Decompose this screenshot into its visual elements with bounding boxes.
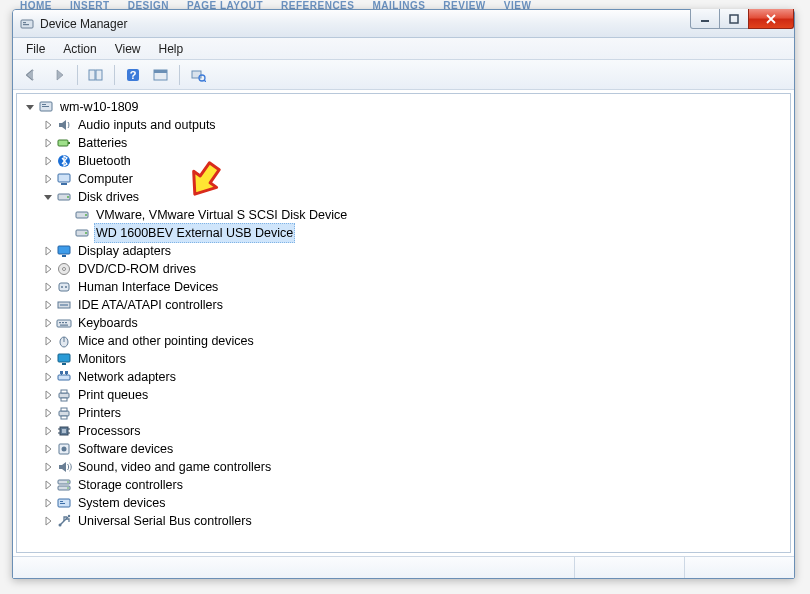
svg-rect-54 [59, 411, 69, 416]
svg-rect-3 [701, 20, 709, 22]
svg-point-25 [85, 214, 87, 216]
tree-category-node[interactable]: Software devices [19, 440, 788, 458]
tree-content[interactable]: wm-w10-1809Audio inputs and outputsBatte… [16, 93, 791, 553]
expander-icon[interactable] [41, 316, 55, 330]
expander-icon[interactable] [41, 118, 55, 132]
hid-icon [56, 279, 72, 295]
menu-action[interactable]: Action [54, 40, 105, 58]
computer-icon [56, 171, 72, 187]
svg-rect-1 [23, 22, 26, 23]
svg-rect-46 [58, 375, 70, 380]
back-button[interactable] [19, 63, 43, 87]
expander-icon[interactable] [41, 334, 55, 348]
forward-button[interactable] [47, 63, 71, 87]
toolbar: ? [13, 60, 794, 90]
expander-icon[interactable] [41, 262, 55, 276]
storage-icon [56, 477, 72, 493]
minimize-button[interactable] [690, 9, 720, 29]
expander-icon[interactable] [41, 370, 55, 384]
tree-node-label: IDE ATA/ATAPI controllers [76, 296, 225, 314]
expander-icon[interactable] [41, 406, 55, 420]
expander-icon[interactable] [41, 460, 55, 474]
svg-text:?: ? [130, 69, 137, 81]
properties-button[interactable] [149, 63, 173, 87]
expander-icon[interactable] [41, 136, 55, 150]
tree-category-node[interactable]: Display adapters [19, 242, 788, 260]
network-icon [56, 369, 72, 385]
tree-category-node[interactable]: Audio inputs and outputs [19, 116, 788, 134]
expander-icon[interactable] [23, 100, 37, 114]
svg-line-13 [204, 80, 206, 82]
menu-view[interactable]: View [106, 40, 150, 58]
expander-icon[interactable] [41, 514, 55, 528]
tree-root-node[interactable]: wm-w10-1809 [19, 98, 788, 116]
tree-category-node[interactable]: Bluetooth [19, 152, 788, 170]
tree-category-node[interactable]: Monitors [19, 350, 788, 368]
expander-icon[interactable] [41, 298, 55, 312]
dvd-icon [56, 261, 72, 277]
svg-rect-71 [60, 503, 65, 504]
expander-icon[interactable] [41, 496, 55, 510]
mouse-icon [56, 333, 72, 349]
usb-icon [56, 513, 72, 529]
scan-hardware-button[interactable] [186, 63, 210, 87]
svg-rect-17 [58, 140, 68, 146]
help-button[interactable]: ? [121, 63, 145, 87]
tree-node-label: Print queues [76, 386, 150, 404]
tree-category-node[interactable]: Universal Serial Bus controllers [19, 512, 788, 530]
tree-category-node[interactable]: DVD/CD-ROM drives [19, 260, 788, 278]
maximize-button[interactable] [719, 9, 749, 29]
tree-node-label: Audio inputs and outputs [76, 116, 218, 134]
tree-node-label: WD 1600BEV External USB Device [94, 223, 295, 243]
show-hide-console-button[interactable] [84, 63, 108, 87]
tree-category-node[interactable]: Network adapters [19, 368, 788, 386]
tree-node-label: wm-w10-1809 [58, 98, 141, 116]
expander-icon[interactable] [41, 244, 55, 258]
expander-icon[interactable] [41, 388, 55, 402]
tree-node-label: Universal Serial Bus controllers [76, 512, 254, 530]
svg-rect-55 [61, 408, 67, 411]
expander-icon[interactable] [41, 478, 55, 492]
tree-category-node[interactable]: Processors [19, 422, 788, 440]
tree-category-node[interactable]: System devices [19, 494, 788, 512]
tree-device-node[interactable]: WD 1600BEV External USB Device [19, 224, 788, 242]
expander-icon[interactable] [41, 280, 55, 294]
svg-rect-48 [65, 371, 68, 374]
svg-rect-28 [58, 246, 70, 254]
tree-category-node[interactable]: Computer [19, 170, 788, 188]
tree-category-node[interactable]: IDE ATA/ATAPI controllers [19, 296, 788, 314]
svg-rect-21 [61, 183, 67, 185]
svg-rect-56 [61, 416, 67, 419]
tree-node-label: Sound, video and game controllers [76, 458, 273, 476]
tree-node-label: System devices [76, 494, 168, 512]
expander-icon[interactable] [41, 424, 55, 438]
expander-icon[interactable] [59, 208, 73, 222]
svg-rect-58 [62, 429, 66, 433]
tree-device-node[interactable]: VMware, VMware Virtual S SCSI Disk Devic… [19, 206, 788, 224]
expander-icon[interactable] [41, 172, 55, 186]
tree-node-label: Bluetooth [76, 152, 133, 170]
menu-help[interactable]: Help [150, 40, 193, 58]
tree-category-node[interactable]: Print queues [19, 386, 788, 404]
menu-file[interactable]: File [17, 40, 54, 58]
titlebar[interactable]: Device Manager [13, 10, 794, 38]
app-icon [19, 16, 35, 32]
expander-icon[interactable] [41, 154, 55, 168]
disk-icon [56, 189, 72, 205]
expander-icon[interactable] [41, 352, 55, 366]
expander-icon[interactable] [41, 442, 55, 456]
disk-icon [74, 207, 90, 223]
tree-category-node[interactable]: Storage controllers [19, 476, 788, 494]
tree-category-node[interactable]: Keyboards [19, 314, 788, 332]
svg-rect-15 [42, 104, 46, 105]
close-button[interactable] [748, 9, 794, 29]
tree-category-node[interactable]: Human Interface Devices [19, 278, 788, 296]
tree-category-node[interactable]: Mice and other pointing devices [19, 332, 788, 350]
tree-category-node[interactable]: Disk drives [19, 188, 788, 206]
tree-node-label: Monitors [76, 350, 128, 368]
expander-icon[interactable] [59, 226, 73, 240]
tree-category-node[interactable]: Batteries [19, 134, 788, 152]
tree-category-node[interactable]: Sound, video and game controllers [19, 458, 788, 476]
tree-category-node[interactable]: Printers [19, 404, 788, 422]
expander-icon[interactable] [41, 190, 55, 204]
